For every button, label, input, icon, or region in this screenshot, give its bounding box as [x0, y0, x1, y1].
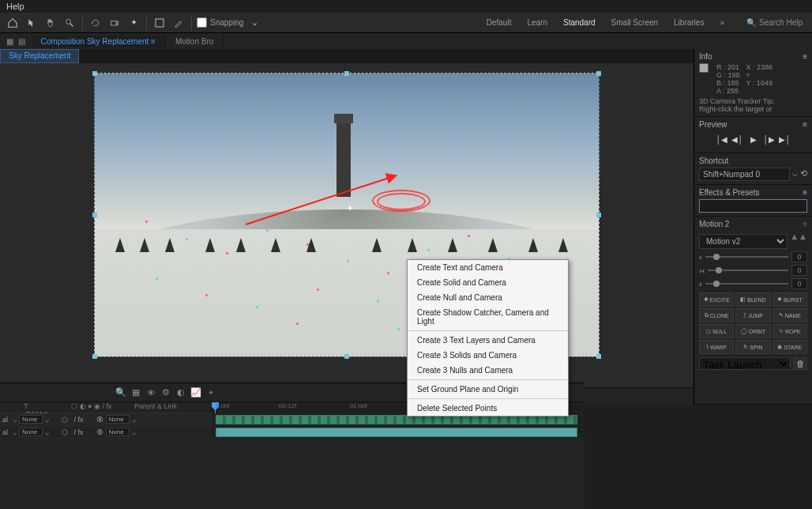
shortcut-input[interactable]: [699, 168, 790, 181]
cm-create-3-text[interactable]: Create 3 Text Layers and Camera: [408, 333, 568, 348]
layer-row-2[interactable]: al ⌵ None⌵ ⬡ / fx ⦿ None⌵: [0, 426, 212, 439]
effects-search-input[interactable]: [699, 199, 807, 213]
btn-burst[interactable]: ✸ BURST: [773, 292, 807, 307]
tl-search-icon[interactable]: 🔍: [115, 387, 126, 398]
prev-frame-icon[interactable]: ◀│: [732, 134, 743, 145]
slider-in[interactable]: [705, 256, 788, 258]
last-frame-icon[interactable]: ▶│: [780, 134, 791, 145]
zoom-tool-icon[interactable]: [62, 15, 77, 31]
both-value[interactable]: 0: [791, 265, 807, 276]
btn-rope[interactable]: ∿ ROPE: [773, 324, 807, 338]
ws-learn[interactable]: Learn: [519, 15, 555, 30]
layer-name-2: al: [0, 428, 10, 436]
btn-warp[interactable]: ⌇ WARP: [699, 340, 734, 354]
first-frame-icon[interactable]: │◀: [716, 134, 727, 145]
trash-icon[interactable]: 🗑: [793, 357, 807, 370]
effects-presets-panel: Effects & Presets≡: [694, 185, 812, 217]
btn-orbit[interactable]: ◯ ORBIT: [735, 324, 770, 338]
in-value[interactable]: 0: [791, 251, 807, 262]
layer-row-1[interactable]: al ⌵ None⌵ ⬡ / fx ⦿ None⌵: [0, 413, 212, 426]
cm-delete-points[interactable]: Delete Selected Points: [408, 401, 568, 416]
parent-dd-2[interactable]: None: [106, 428, 130, 436]
shortcut-panel: Shortcut ⌵ ⟲: [694, 153, 812, 185]
rotate-tool-icon[interactable]: [88, 15, 103, 31]
anchor-tool-icon[interactable]: ✦: [126, 15, 141, 31]
ws-default[interactable]: Default: [479, 15, 520, 30]
selection-tool-icon[interactable]: [24, 15, 39, 31]
shortcut-dropdown-icon[interactable]: ⌵: [792, 168, 798, 179]
info-tip-2: Right-click the target or: [699, 105, 807, 113]
out-value[interactable]: 0: [791, 278, 807, 289]
tl-motion-blur-icon[interactable]: ◐: [175, 387, 186, 398]
btn-spin[interactable]: ↻ SPIN: [735, 340, 770, 354]
panel-menu-icon[interactable]: ≡: [803, 52, 807, 61]
panel-menu-icon[interactable]: ≡: [803, 188, 807, 197]
hand-tool-icon[interactable]: [43, 15, 58, 31]
play-icon[interactable]: ▶: [748, 134, 759, 145]
ws-small-screen[interactable]: Small Screen: [603, 15, 666, 30]
cm-create-null-camera[interactable]: Create Null and Camera: [408, 290, 568, 305]
cm-create-3-solids[interactable]: Create 3 Solids and Camera: [408, 348, 568, 363]
snap-options-icon[interactable]: ⌄: [246, 15, 262, 31]
motion-mountain-icon[interactable]: ▲▲: [790, 232, 807, 249]
search-icon: 🔍: [746, 18, 756, 27]
snapping-toggle[interactable]: Snapping: [197, 17, 243, 28]
panel-menu-icon[interactable]: ≡: [803, 120, 807, 129]
menu-help[interactable]: Help: [6, 2, 24, 11]
rect-tool-icon[interactable]: [152, 15, 167, 31]
in-ease-icon[interactable]: ‹: [699, 252, 702, 262]
flowchart-comp-tab[interactable]: Sky Replacement: [0, 49, 79, 63]
shortcut-reset-icon[interactable]: ⟲: [800, 168, 807, 179]
shortcut-title: Shortcut: [699, 156, 728, 165]
btn-stare[interactable]: ◉ STARE: [773, 340, 807, 354]
mode-dd-1[interactable]: None: [19, 415, 43, 424]
btn-clone[interactable]: ⧉ CLONE: [699, 308, 734, 322]
info-r: R : 201: [716, 63, 740, 71]
motion-preset-select[interactable]: Motion v2: [699, 234, 788, 249]
motion-bro-tab[interactable]: Motion Bro: [166, 36, 224, 47]
slider-out[interactable]: [705, 283, 788, 285]
mode-dd-2[interactable]: None: [19, 428, 43, 436]
menu-bar: Help: [0, 0, 812, 13]
tl-graph-icon[interactable]: 📈: [190, 387, 201, 398]
slider-both[interactable]: [708, 270, 788, 271]
cm-create-3-nulls[interactable]: Create 3 Nulls and Camera: [408, 363, 568, 378]
tl-comp-icon[interactable]: ▦: [130, 387, 141, 398]
task-launch-select[interactable]: Task Launch: [699, 357, 791, 370]
cm-create-shadow-catcher[interactable]: Create Shadow Catcher, Camera and Light: [408, 305, 568, 329]
tl-switch-icon[interactable]: ⚙: [160, 387, 171, 398]
btn-excite[interactable]: ✚ EXCITE: [699, 292, 734, 307]
col-trkmat: T .TrkMat: [0, 402, 47, 413]
tl-snap-icon[interactable]: ⌖: [205, 387, 216, 398]
motion-title: Motion 2: [699, 220, 729, 228]
search-help[interactable]: 🔍 Search Help: [742, 17, 807, 28]
tl-shy-icon[interactable]: 👁: [145, 387, 156, 398]
out-ease-icon[interactable]: ›: [699, 279, 702, 288]
track-area[interactable]: [212, 413, 585, 439]
home-icon[interactable]: [5, 15, 21, 31]
cm-create-solid-camera[interactable]: Create Solid and Camera: [408, 275, 568, 290]
info-b: B : 185: [716, 79, 740, 87]
parent-dd-1[interactable]: None: [106, 415, 130, 424]
both-ease-icon[interactable]: ›‹: [699, 266, 705, 275]
btn-null[interactable]: ◻ NULL: [699, 324, 734, 338]
cm-set-ground-plane[interactable]: Set Ground Plane and Origin: [408, 382, 568, 397]
ws-libraries[interactable]: Libraries: [666, 15, 712, 30]
snapping-checkbox[interactable]: [197, 17, 207, 28]
camera-tool-icon[interactable]: [107, 15, 122, 31]
btn-name[interactable]: ✎ NAME: [773, 308, 807, 322]
btn-jump[interactable]: ⤴ JUMP: [735, 308, 770, 322]
composition-tab[interactable]: Composition Sky Replacement ≡: [32, 36, 166, 47]
cm-create-text-camera[interactable]: Create Text and Camera: [408, 260, 568, 275]
next-frame-icon[interactable]: │▶: [764, 134, 775, 145]
btn-blend[interactable]: ◧ BLEND: [735, 292, 770, 307]
project-icons[interactable]: ▦ ▤: [0, 36, 32, 47]
ws-standard[interactable]: Standard: [555, 15, 603, 30]
svg-point-0: [66, 19, 71, 24]
clip-2[interactable]: [216, 428, 577, 437]
svg-rect-3: [156, 19, 164, 27]
ws-more-icon[interactable]: »: [712, 15, 732, 30]
pen-tool-icon[interactable]: [171, 15, 186, 31]
effects-title: Effects & Presets: [699, 188, 760, 197]
composition-viewer[interactable]: ✦ Create Text and Camera Create Solid an…: [0, 63, 694, 387]
